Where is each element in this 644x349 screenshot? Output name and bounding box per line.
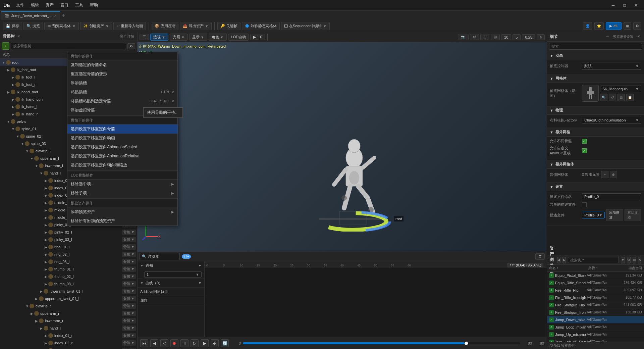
next-frame-button[interactable]: ▷: [191, 339, 199, 347]
tree-item-ring_03_l[interactable]: ▶ring_03_l骨骼 ▼: [0, 258, 137, 265]
ab-forward-button[interactable]: ▶: [562, 257, 566, 263]
tree-item-thumb_01_l[interactable]: ▶thumb_01_l骨骼 ▼: [0, 265, 137, 273]
timeline-scrubber[interactable]: [243, 342, 520, 344]
ab-search-input[interactable]: [568, 257, 619, 263]
tree-item-upperarm_r[interactable]: ▶upperarm_r骨骼 ▼: [0, 310, 137, 317]
fov-10-button[interactable]: 10: [501, 34, 511, 40]
tree-item-thumb_02_l[interactable]: ▶thumb_02_l骨骼 ▼: [0, 273, 137, 280]
additive-track[interactable]: Additive图层轨道: [138, 288, 204, 296]
maximize-viewport-button[interactable]: ⊡: [480, 34, 489, 40]
mesh-paste-icon[interactable]: 📋: [626, 94, 634, 101]
tab-close-icon[interactable]: ✕: [54, 14, 57, 18]
filter-settings-button[interactable]: ⚙: [127, 43, 135, 49]
fov-5-button[interactable]: 5: [513, 34, 521, 40]
main-tab[interactable]: 🎬 Jump_Down_mixamo_... ✕: [1, 11, 60, 20]
ctx-item-1-0[interactable]: 递归设置平移重定向骨骼: [67, 124, 177, 134]
ab-item-3[interactable]: AFire_Rifle_Ironsights/All/Game/An108.77…: [547, 294, 644, 301]
new-tab-button[interactable]: +: [62, 12, 65, 18]
lod-auto-button[interactable]: LOD自动: [228, 34, 249, 41]
menu-window[interactable]: 窗口: [58, 2, 71, 9]
ctx-item-1-4[interactable]: 递归设置平移重定向朝向和缩放: [67, 161, 177, 170]
settings-section-header[interactable]: ▼ 设置: [547, 183, 644, 191]
move-desc-button[interactable]: 移除描述: [625, 209, 641, 221]
desc-file-dropdown[interactable]: Profile_0 ▼: [582, 212, 605, 218]
settings-button[interactable]: ⚙: [633, 22, 641, 30]
perspective-button[interactable]: 透视 ▼: [150, 34, 168, 41]
ab-item-7[interactable]: AJump_Loop_mixamo_co/All/Game/An: [547, 323, 644, 331]
apply-compress-button[interactable]: 📦 应用压缩: [152, 22, 178, 30]
ctx-item-1-3[interactable]: 递归设置平移重定向AnimationRelative: [67, 152, 177, 161]
play-mode-button[interactable]: ▶ 🎮: [606, 22, 622, 30]
extra-mesh-section-header[interactable]: ▼ 额外网格体: [547, 160, 644, 169]
tree-item-pinky_03_l[interactable]: ▶pinky_03_l骨骼 ▼: [0, 236, 137, 243]
lit-button[interactable]: 光照 ▼: [170, 34, 188, 41]
physics-section-header[interactable]: ▼ 物理: [547, 106, 644, 115]
tree-item-clavicle_r[interactable]: ▼clavicle_r骨骼 ▼: [0, 302, 137, 310]
preview-mesh-dropdown[interactable]: SK_Mannequin ▼: [600, 86, 641, 92]
close-left-panel-icon[interactable]: ✕: [17, 35, 20, 38]
cloth-factory-dropdown[interactable]: ChaosClothingSimulation ▼: [582, 117, 641, 123]
ab-back-button[interactable]: ◀: [557, 257, 560, 263]
menu-file[interactable]: 文件: [13, 2, 27, 9]
ctx-item-3-1[interactable]: 移除所有附加的预览资产: [67, 216, 177, 226]
search-input[interactable]: [11, 43, 126, 49]
notify-track[interactable]: ▼ 通知 ▼: [138, 261, 204, 270]
save-button[interactable]: 💾 保存: [3, 22, 22, 30]
tree-item-lowerarm_r[interactable]: ▶lowerarm_r骨骼 ▼: [0, 317, 137, 325]
ctx-item-3-0[interactable]: 添加预览资产▶: [67, 207, 177, 216]
mesh-reset-icon[interactable]: ↺: [609, 94, 616, 101]
ctx-item-1-1[interactable]: 递归设置平移重定向动画: [67, 134, 177, 143]
add-bone-button[interactable]: +: [2, 42, 9, 50]
create-asset-button[interactable]: ✨ 创建资产 ▼: [80, 22, 112, 30]
allow-diff-bones-checkbox[interactable]: ✓: [582, 139, 587, 144]
right-search-input[interactable]: [549, 43, 642, 50]
star-icon-button[interactable]: ⭐: [594, 22, 604, 30]
close-right-panel-icon[interactable]: ✕: [636, 34, 641, 40]
camera-settings-button[interactable]: 📷: [458, 34, 469, 40]
shared-desc-checkbox[interactable]: [582, 202, 587, 207]
add-desc-button[interactable]: 添加描述: [606, 209, 623, 221]
allow-anim-bp-checkbox[interactable]: ✓: [582, 148, 587, 153]
mesh-section-header[interactable]: ▼ 网格体: [547, 74, 644, 83]
tree-item-upperarm_twist_01_l[interactable]: ▶upperarm_twist_01_l骨骼 ▼: [0, 295, 137, 302]
step-forward-button[interactable]: ▶: [201, 339, 209, 347]
character-button[interactable]: 角色 ▼: [209, 34, 227, 41]
tree-item-index_03_r[interactable]: ▶index_03_r骨骼 ▼: [0, 347, 137, 349]
ctx-item-0-4[interactable]: 将插槽粘贴到选定骨骼CTRL+SHIFT+V: [67, 97, 177, 106]
desc-file-name-input[interactable]: [582, 193, 641, 200]
menu-tools[interactable]: 工具: [72, 2, 86, 9]
ctx-item-0-3[interactable]: 粘贴插槽CTRL+V: [67, 88, 177, 97]
tree-item-lowerarm_twist_01_l[interactable]: ▶lowerarm_twist_01_l骨骼 ▼: [0, 288, 137, 295]
play-pause-button[interactable]: ⏸: [180, 339, 189, 347]
scrubber-handle[interactable]: [465, 342, 468, 345]
tree-item-index_01_r[interactable]: ▶index_01_r骨骼 ▼: [0, 332, 137, 339]
ab-settings-button[interactable]: ⚙: [627, 257, 631, 263]
notify-value-row[interactable]: 1 ▼: [138, 270, 204, 279]
browse-button[interactable]: 🔍 浏览: [23, 22, 43, 30]
asset-details-tab[interactable]: 资产详情: [120, 34, 135, 39]
ctx-item-0-1[interactable]: 重置选定骨骼的变形: [67, 69, 177, 79]
remove-bone-mesh-icon[interactable]: 🗑: [610, 171, 617, 178]
add-key-button[interactable]: 🔑 关键帧: [217, 22, 240, 30]
property-track[interactable]: 属性: [138, 296, 204, 305]
goto-end-button[interactable]: ⏭: [211, 339, 219, 347]
ab-item-5[interactable]: AFire_Shotgun_Ironsights/All/Game/An138.…: [547, 309, 644, 316]
tree-item-thumb_03_l[interactable]: ▶thumb_03_l骨骼 ▼: [0, 280, 137, 288]
fov-4-button[interactable]: 4: [537, 34, 545, 40]
show-button[interactable]: 显示 ▼: [189, 34, 207, 41]
viewport-grid-button[interactable]: ⊞: [491, 34, 500, 40]
ab-item-6[interactable]: AJump_Down_mixamo_c/All/Game/An: [547, 316, 644, 323]
ctx-item-0-0[interactable]: 复制选定的骨骼命名: [67, 60, 177, 69]
ctx-item-2-1[interactable]: 移除子项...▶: [67, 189, 177, 198]
ab-item-1[interactable]: AEquip_Rifle_Standing/All/Game/An189.434…: [547, 279, 644, 287]
fov-025-button[interactable]: 0.25: [522, 34, 535, 40]
timeline-settings-button[interactable]: ⚙: [535, 253, 545, 260]
add-bone-mesh-icon[interactable]: +: [601, 171, 608, 178]
ab-item-4[interactable]: AFire_Shotgun_Hip/All/Game/An141.003 KiB: [547, 301, 644, 309]
viewport-area[interactable]: 正在预览动画Jump_Down_mixamo_com_Retargeted LO…: [138, 42, 547, 252]
mesh-browse-icon[interactable]: 🔍: [600, 94, 607, 101]
edit-sequencer-button[interactable]: 🎞 在Sequencer中编辑 ▼: [281, 22, 330, 30]
ab-item-8[interactable]: AJump_Up_mixamo_com/All/Game/An: [547, 331, 644, 338]
tree-item-hand_r[interactable]: ▶hand_r骨骼 ▼: [0, 325, 137, 332]
loop-button[interactable]: 🔄: [221, 339, 229, 347]
